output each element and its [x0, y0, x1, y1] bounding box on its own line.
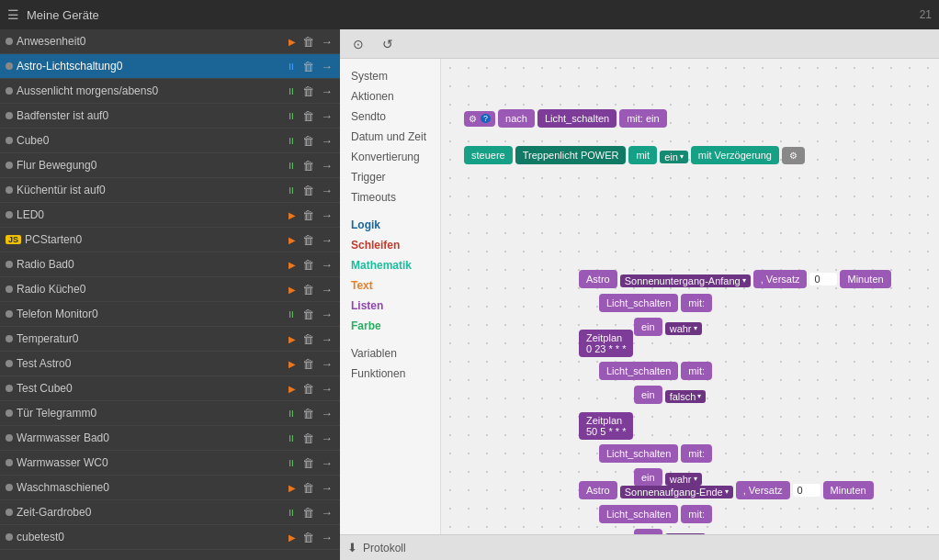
play-icon[interactable]: ▶ [287, 283, 298, 297]
menu-item-trigger[interactable]: Trigger [340, 167, 440, 187]
arrow-icon[interactable]: → [319, 58, 334, 75]
sidebar-item-led0[interactable]: LED0 ▶ 🗑 → [0, 203, 340, 228]
delete-icon[interactable]: 🗑 [300, 132, 316, 150]
pause-icon[interactable]: ⏸ [285, 159, 298, 173]
pause-icon[interactable]: ⏸ [285, 134, 298, 148]
menu-item-mathematik[interactable]: Mathematik [340, 255, 440, 275]
arrow-icon[interactable]: → [319, 83, 334, 100]
delete-icon[interactable]: 🗑 [300, 330, 316, 348]
licht2-dropdown[interactable]: falsch ▾ [665, 390, 707, 403]
menu-item-timeouts[interactable]: Timeouts [340, 187, 440, 207]
play-icon[interactable]: ▶ [287, 382, 298, 396]
arrow-icon[interactable]: → [319, 157, 334, 174]
pause-icon[interactable]: ⏸ [285, 431, 298, 445]
sidebar-item-waschmaschiene0[interactable]: Waschmaschiene0 ▶ 🗑 → [0, 476, 340, 500]
versatz-value[interactable]: 0 [809, 273, 837, 286]
arrow-icon[interactable]: → [319, 355, 334, 373]
arrow-icon[interactable]: → [319, 231, 334, 249]
pause-icon[interactable]: ⏸ [285, 60, 298, 73]
delete-icon[interactable]: 🗑 [300, 207, 316, 224]
delete-icon[interactable]: 🗑 [300, 479, 316, 497]
ein-dropdown[interactable]: ein ▾ [660, 151, 688, 163]
astro1-event-dropdown[interactable]: Sonnenuntergang-Anfang ▾ [620, 274, 751, 287]
sidebar-item-zeitgardrobe0[interactable]: Zeit-Gardrobe0 ⏸ 🗑 → [0, 500, 340, 525]
arrow-icon[interactable]: → [319, 405, 334, 422]
sidebar-item-testcube0[interactable]: Test Cube0 ▶ 🗑 → [0, 376, 340, 401]
arrow-icon[interactable]: → [319, 107, 334, 125]
delete-icon[interactable]: 🗑 [300, 454, 316, 472]
menu-item-konvertierung[interactable]: Konvertierung [340, 147, 440, 167]
play-icon[interactable]: ▶ [287, 531, 298, 544]
delete-icon[interactable]: 🗑 [300, 33, 316, 50]
menu-item-variablen[interactable]: Variablen [340, 343, 440, 364]
delete-icon[interactable]: 🗑 [300, 182, 316, 199]
play-icon[interactable]: ▶ [287, 35, 298, 49]
refresh-button[interactable]: ↺ [377, 33, 399, 55]
menu-item-sendto[interactable]: Sendto [340, 106, 440, 127]
arrow-icon[interactable]: → [319, 33, 334, 50]
sidebar-item-flur0[interactable]: Flur Bewegung0 ⏸ 🗑 → [0, 153, 340, 178]
pause-icon[interactable]: ⏸ [285, 407, 298, 420]
sidebar-item-pcstarten0[interactable]: JS PCStarten0 ▶ 🗑 → [0, 228, 340, 252]
menu-item-farbe[interactable]: Farbe [340, 316, 440, 336]
arrow-icon[interactable]: → [319, 430, 334, 447]
target-button[interactable]: ⊙ [347, 33, 369, 55]
play-icon[interactable]: ▶ [287, 332, 298, 346]
play-icon[interactable]: ▶ [287, 357, 298, 371]
sidebar-item-kuchentür0[interactable]: Küchentür ist auf0 ⏸ 🗑 → [0, 178, 340, 203]
menu-item-datum[interactable]: Datum und Zeit [340, 127, 440, 147]
delete-icon[interactable]: 🗑 [300, 256, 316, 274]
arrow-icon[interactable]: → [319, 380, 334, 398]
sidebar-item-cubetest0[interactable]: cubetest0 ▶ 🗑 → [0, 525, 340, 550]
arrow-icon[interactable]: → [319, 479, 334, 497]
pause-icon[interactable]: ⏸ [285, 308, 298, 321]
sidebar-item-turtelegramm0[interactable]: Tür Telegramm0 ⏸ 🗑 → [0, 401, 340, 426]
sidebar-item-aussenlicht0[interactable]: Aussenlicht morgens/abens0 ⏸ 🗑 → [0, 79, 340, 104]
sidebar-item-warmwasserbad0[interactable]: Warmwasser Bad0 ⏸ 🗑 → [0, 426, 340, 451]
delete-icon[interactable]: 🗑 [300, 281, 316, 298]
arrow-icon[interactable]: → [319, 281, 334, 298]
sidebar-item-warmwasserwc0[interactable]: Warmwasser WC0 ⏸ 🗑 → [0, 451, 340, 476]
pause-icon[interactable]: ⏸ [285, 506, 298, 520]
sidebar-item-telefon0[interactable]: Telefon Monitor0 ⏸ 🗑 → [0, 302, 340, 327]
arrow-icon[interactable]: → [319, 182, 334, 199]
sidebar-item-badfenster0[interactable]: Badfenster ist auf0 ⏸ 🗑 → [0, 104, 340, 129]
sidebar-item-radiokuche0[interactable]: Radio Küche0 ▶ 🗑 → [0, 277, 340, 302]
delete-icon[interactable]: 🗑 [300, 380, 316, 398]
pause-icon[interactable]: ⏸ [285, 184, 298, 197]
menu-item-schleifen[interactable]: Schleifen [340, 235, 440, 255]
arrow-icon[interactable]: → [319, 256, 334, 274]
arrow-icon[interactable]: → [319, 529, 334, 546]
menu-item-system[interactable]: System [340, 66, 440, 86]
sidebar-item-radiobad0[interactable]: Radio Bad0 ▶ 🗑 → [0, 252, 340, 277]
sidebar-item-anwesenheit0[interactable]: Anwesenheit0 ▶ 🗑 → [0, 29, 340, 54]
arrow-icon[interactable]: → [319, 306, 334, 323]
delete-icon[interactable]: 🗑 [300, 83, 316, 100]
play-icon[interactable]: ▶ [287, 258, 298, 272]
arrow-icon[interactable]: → [319, 207, 334, 224]
pause-icon[interactable]: ⏸ [285, 456, 298, 470]
menu-item-aktionen[interactable]: Aktionen [340, 86, 440, 106]
play-icon[interactable]: ▶ [287, 481, 298, 495]
arrow-icon[interactable]: → [319, 330, 334, 348]
arrow-icon[interactable]: → [319, 504, 334, 521]
menu-item-text[interactable]: Text [340, 275, 440, 296]
licht4-dropdown[interactable]: falsch ▾ [665, 533, 707, 535]
play-icon[interactable]: ▶ [287, 233, 298, 247]
delete-icon[interactable]: 🗑 [300, 529, 316, 546]
sidebar-item-temperatur0[interactable]: Temperatur0 ▶ 🗑 → [0, 327, 340, 352]
play-icon[interactable]: ▶ [287, 208, 298, 222]
pause-icon[interactable]: ⏸ [285, 109, 298, 123]
sidebar-item-testastro0[interactable]: Test Astro0 ▶ 🗑 → [0, 352, 340, 376]
footer[interactable]: ⬇ Protokoll [340, 534, 939, 560]
delete-icon[interactable]: 🗑 [300, 231, 316, 249]
arrow-icon[interactable]: → [319, 454, 334, 472]
astro2-event-dropdown[interactable]: Sonnenaufgang-Ende ▾ [620, 486, 733, 498]
delete-icon[interactable]: 🗑 [300, 58, 316, 75]
menu-item-logik[interactable]: Logik [340, 215, 440, 235]
delete-icon[interactable]: 🗑 [300, 107, 316, 125]
delete-icon[interactable]: 🗑 [300, 157, 316, 174]
delete-icon[interactable]: 🗑 [300, 355, 316, 373]
sidebar-item-astro0[interactable]: Astro-Lichtschaltung0 ⏸ 🗑 → [0, 54, 340, 79]
delete-icon[interactable]: 🗑 [300, 430, 316, 447]
